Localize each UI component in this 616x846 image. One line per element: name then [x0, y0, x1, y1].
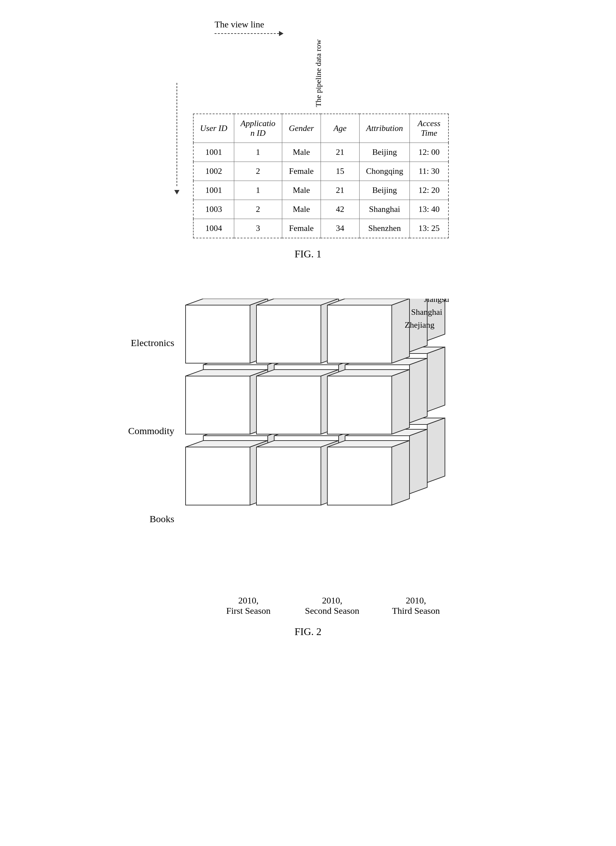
table-cell-r1-c2: Female [282, 162, 321, 181]
table-cell-r0-c0: 1001 [193, 143, 234, 162]
table-cell-r4-c3: 34 [321, 219, 359, 238]
cube-grid: .cube-front { fill: white; stroke: #222;… [179, 299, 469, 563]
cube-r2-c2-l0 [327, 441, 409, 505]
col-header-appid: Application ID [234, 114, 282, 143]
svg-rect-55 [186, 305, 250, 363]
bottom-label-third: 2010,Third Season [384, 595, 448, 616]
table-cell-r3-c3: 42 [321, 200, 359, 219]
cube-r1-c0-l0 [186, 369, 268, 434]
table-with-label: The pipeline data row User ID Applicatio… [167, 39, 449, 238]
cube-r2-c0-l0 [186, 441, 268, 505]
view-line-arrow [214, 31, 286, 36]
table-cell-r2-c5: 12: 20 [410, 181, 449, 200]
table-cell-r1-c5: 11: 30 [410, 162, 449, 181]
svg-marker-17 [427, 347, 445, 412]
pipeline-label-container [167, 83, 186, 194]
table-row: 10043Female34Shenzhen13: 25 [193, 219, 449, 238]
table-cell-r4-c4: Shenzhen [359, 219, 410, 238]
table-cell-r4-c5: 13: 25 [410, 219, 449, 238]
cube-r0-c0-l0 [186, 299, 268, 363]
table-cell-r0-c3: 21 [321, 143, 359, 162]
table-cell-r2-c3: 21 [321, 181, 359, 200]
svg-rect-76 [257, 447, 321, 505]
cube-diagram: Electronics Commodity Books .cube-front … [131, 299, 485, 589]
table-cell-r1-c4: Chongqing [359, 162, 410, 181]
svg-rect-70 [327, 376, 392, 434]
svg-rect-64 [186, 376, 250, 434]
table-cell-r1-c0: 1002 [193, 162, 234, 181]
label-jiangsu-svg: Jiangsu [424, 299, 449, 304]
table-cell-r4-c2: Female [282, 219, 321, 238]
col-header-accesstime: AccessTime [410, 114, 449, 143]
svg-rect-61 [327, 305, 392, 363]
dashed-line-h [214, 33, 279, 34]
table-cell-r0-c1: 1 [234, 143, 282, 162]
left-label-commodity: Commodity [128, 425, 174, 436]
table-cell-r3-c0: 1003 [193, 200, 234, 219]
col-header-gender: Gender [282, 114, 321, 143]
table-row: 10022Female15Chongqing11: 30 [193, 162, 449, 181]
svg-marker-62 [392, 299, 409, 363]
table-row: 10011Male21Beijing12: 00 [193, 143, 449, 162]
view-line-label: The view line [214, 19, 264, 30]
svg-marker-80 [392, 441, 409, 505]
table-cell-r0-c4: Beijing [359, 143, 410, 162]
label-zhejiang-svg: Zhejiang [405, 320, 434, 330]
svg-rect-58 [257, 305, 321, 363]
arrow-right-icon [279, 31, 283, 36]
cube-r0-c2-l0 [327, 299, 409, 363]
table-cell-r1-c3: 15 [321, 162, 359, 181]
left-label-books: Books [150, 513, 174, 524]
col-header-attribution: Attribution [359, 114, 410, 143]
table-cell-r0-c2: Male [282, 143, 321, 162]
table-cell-r0-c5: 12: 00 [410, 143, 449, 162]
svg-rect-67 [257, 376, 321, 434]
svg-marker-26 [427, 418, 445, 483]
table-cell-r4-c0: 1004 [193, 219, 234, 238]
cube-r0-c1-l0 [257, 299, 339, 363]
pipeline-label: The pipeline data row [314, 39, 323, 107]
svg-marker-8 [427, 299, 445, 341]
table-header-row: User ID Application ID Gender Age Attrib… [193, 114, 449, 143]
table-row: 10032Male42Shanghai13: 40 [193, 200, 449, 219]
table-cell-r1-c1: 2 [234, 162, 282, 181]
table-cell-r3-c5: 13: 40 [410, 200, 449, 219]
left-label-electronics: Electronics [131, 337, 174, 348]
svg-rect-79 [327, 447, 392, 505]
table-cell-r2-c2: Male [282, 181, 321, 200]
fig1-caption: FIG. 1 [295, 248, 321, 260]
cube-svg: .cube-front { fill: white; stroke: #222;… [179, 299, 469, 563]
table-cell-r2-c4: Beijing [359, 181, 410, 200]
cube-r1-c1-l0 [257, 369, 339, 434]
table-cell-r2-c0: 1001 [193, 181, 234, 200]
col-header-userid: User ID [193, 114, 234, 143]
table-row: 10011Male21Beijing12: 20 [193, 181, 449, 200]
svg-marker-53 [409, 429, 427, 494]
table-cell-r3-c4: Shanghai [359, 200, 410, 219]
view-line-container: The view line [163, 19, 453, 36]
svg-rect-73 [186, 447, 250, 505]
dashed-line-v [176, 83, 177, 186]
label-shanghai-svg: Shanghai [411, 308, 442, 317]
cube-r1-c2-l0 [327, 369, 409, 434]
bottom-label-first: 2010,First Season [216, 595, 281, 616]
svg-marker-44 [409, 358, 427, 423]
arrow-down-icon [174, 190, 179, 194]
table-cell-r4-c1: 3 [234, 219, 282, 238]
bottom-labels: 2010,First Season 2010,Second Season 201… [168, 595, 448, 616]
fig2-caption: FIG. 2 [295, 626, 321, 638]
bottom-label-second: 2010,Second Season [300, 595, 364, 616]
data-table: User ID Application ID Gender Age Attrib… [193, 113, 449, 238]
cube-r2-c1-l0 [257, 441, 339, 505]
table-cell-r3-c2: Male [282, 200, 321, 219]
fig1-section: The view line The pipeline data row User… [26, 19, 590, 260]
col-header-age: Age [321, 114, 359, 143]
table-cell-r2-c1: 1 [234, 181, 282, 200]
svg-marker-71 [392, 369, 409, 434]
table-cell-r3-c1: 2 [234, 200, 282, 219]
left-labels: Electronics Commodity Books [131, 299, 177, 563]
fig2-section: Electronics Commodity Books .cube-front … [26, 299, 590, 638]
